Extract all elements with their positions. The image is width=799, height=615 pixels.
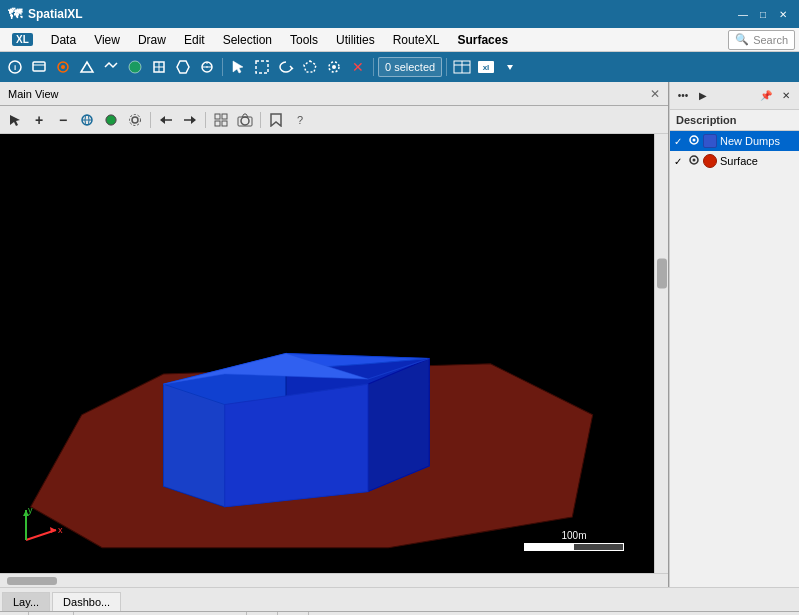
tab-layers[interactable]: Lay... [2,592,50,611]
viewport-header: Main View ✕ [0,82,668,106]
viewport-hscroll[interactable] [0,573,668,587]
menu-item-tools[interactable]: Tools [282,31,326,49]
tb-export-icon[interactable]: xl [475,56,497,78]
vp-back[interactable] [155,109,177,131]
viewport-vscroll[interactable] [654,134,668,573]
vp-camera[interactable] [234,109,256,131]
3d-viewport[interactable]: x y 100m [0,134,654,573]
layer-vis-surface-icon [688,154,700,168]
toolbar: i ✕ 0 selected xl [0,52,799,82]
vp-grid[interactable] [210,109,232,131]
bottom-tabs: Lay... Dashbo... [0,587,799,611]
viewport-close-btn[interactable]: ✕ [650,87,660,101]
menu-item-edit[interactable]: Edit [176,31,213,49]
tb-buffer-select[interactable] [323,56,345,78]
svg-rect-42 [222,121,227,126]
toolbar-separator-2 [373,58,374,76]
menu-item-surfaces[interactable]: Surfaces [449,31,516,49]
tb-icon-2[interactable] [28,56,50,78]
svg-rect-16 [256,61,268,73]
toolbar-separator-1 [222,58,223,76]
tb-icon-5[interactable] [100,56,122,78]
title-bar: 🗺 SpatialXL — □ ✕ [0,0,799,28]
vp-bookmark[interactable] [265,109,287,131]
tb-icon-8[interactable] [172,56,194,78]
vp-globe-2[interactable] [100,109,122,131]
svg-marker-45 [271,114,281,126]
svg-rect-40 [222,114,227,119]
svg-rect-62 [657,259,667,289]
viewport-title: Main View [8,88,59,100]
panel-toolbar: ••• ▶ 📌 ✕ [670,82,799,110]
app-logo-icon: XL [12,33,33,46]
vp-help[interactable]: ? [289,109,311,131]
panel-pin-close: 📌 ✕ [757,87,795,105]
vp-arrow-tool[interactable] [4,109,26,131]
layer-vis-icon [688,134,700,148]
right-panel: ••• ▶ 📌 ✕ Description ✓ New Dumps ✓ Surf… [669,82,799,587]
selected-count-label: 0 selected [378,57,442,77]
close-button[interactable]: ✕ [775,6,791,22]
svg-marker-27 [10,115,20,126]
panel-pin-btn[interactable]: 📌 [757,87,775,105]
layer-check-surface-icon: ✓ [674,156,686,167]
app-icon: 🗺 [8,6,22,22]
vp-zoom-in[interactable]: + [28,109,50,131]
layer-item-surface[interactable]: ✓ Surface [670,151,799,171]
maximize-button[interactable]: □ [755,6,771,22]
status-bar: 🌐 3,472 📍 -232.266; -125.427; 158.349 🔒 … [0,611,799,615]
tb-icon-1[interactable]: i [4,56,26,78]
vp-separator-2 [205,112,206,128]
viewport-with-scroll: x y 100m [0,134,668,573]
svg-text:i: i [14,63,16,72]
menu-item-app[interactable]: XL [4,31,41,48]
menu-item-data[interactable]: Data [43,31,84,49]
panel-header: Description [670,110,799,131]
tb-lasso[interactable] [275,56,297,78]
svg-rect-63 [7,577,57,585]
window-controls: — □ ✕ [735,6,791,22]
layer-icon-surface [703,154,717,168]
menu-item-utilities[interactable]: Utilities [328,31,383,49]
svg-text:xl: xl [483,63,490,72]
layer-name-surface: Surface [720,155,758,167]
svg-marker-6 [81,62,93,72]
tb-icon-9[interactable] [196,56,218,78]
svg-point-34 [130,114,141,125]
svg-marker-26 [507,65,513,70]
tab-dashboard[interactable]: Dashbo... [52,592,121,611]
vp-globe[interactable] [76,109,98,131]
menu-item-view[interactable]: View [86,31,128,49]
minimize-button[interactable]: — [735,6,751,22]
tb-icon-6[interactable] [124,56,146,78]
tb-icon-4[interactable] [76,56,98,78]
vp-gear[interactable] [124,109,146,131]
tb-icon-3[interactable] [52,56,74,78]
menu-item-draw[interactable]: Draw [130,31,174,49]
tb-cursor[interactable] [227,56,249,78]
tb-table-icon[interactable] [451,56,473,78]
main-container: Main View ✕ + − [0,82,799,587]
vp-zoom-out[interactable]: − [52,109,74,131]
tb-dropdown[interactable] [499,56,521,78]
tb-clear-select[interactable]: ✕ [347,56,369,78]
vp-separator-1 [150,112,151,128]
menu-bar: XL Data View Draw Edit Selection Tools U… [0,28,799,52]
search-label: Search [753,34,788,46]
layer-item-new-dumps[interactable]: ✓ New Dumps [670,131,799,151]
svg-rect-2 [33,62,45,71]
panel-close-btn[interactable]: ✕ [777,87,795,105]
tb-icon-7[interactable] [148,56,170,78]
3d-scene-svg [0,134,654,573]
panel-play-btn[interactable]: ▶ [694,87,712,105]
tb-select-box[interactable] [251,56,273,78]
panel-dots-btn[interactable]: ••• [674,87,692,105]
menu-item-selection[interactable]: Selection [215,31,280,49]
tab-dashboard-label: Dashbo... [63,596,110,608]
vp-forward[interactable] [179,109,201,131]
svg-marker-11 [177,61,189,73]
svg-rect-41 [215,121,220,126]
menu-item-routexl[interactable]: RouteXL [385,31,448,49]
svg-point-5 [61,65,65,69]
tb-polygon-select[interactable] [299,56,321,78]
